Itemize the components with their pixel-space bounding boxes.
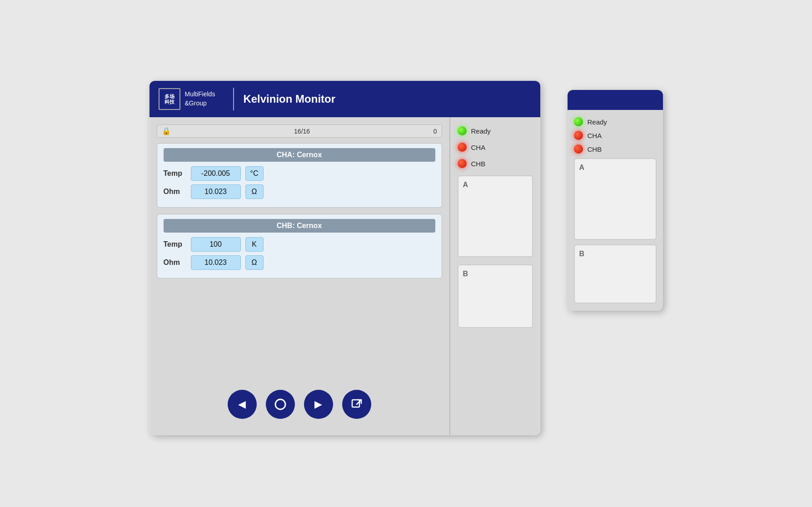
indicator-cha-row: CHA — [458, 143, 533, 152]
slot-a-main-label: A — [463, 181, 468, 189]
side-indicator-chb-label: CHB — [588, 145, 602, 153]
temp-a-label: Temp — [164, 169, 186, 178]
slot-b-main: B — [458, 264, 533, 328]
side-led-ready — [574, 117, 583, 126]
slot-a-side: A — [574, 158, 657, 240]
side-led-chb — [574, 144, 583, 154]
side-indicator-cha-label: CHA — [588, 132, 602, 139]
channel-b-temp-row: Temp 100 K — [164, 237, 435, 252]
lock-icon: 🔒 — [162, 127, 171, 135]
slot-a-main: A — [458, 175, 533, 257]
ohm-a-value: 10.023 — [191, 184, 241, 199]
right-panel-main: Ready CHA CHB A B — [449, 117, 540, 435]
channel-a-temp-row: Temp -200.005 °C — [164, 166, 435, 181]
channel-a-ohm-row: Ohm 10.023 Ω — [164, 184, 435, 199]
side-indicator-cha-row: CHA — [574, 131, 657, 140]
left-panel: 🔒 16/16 0 CHA: Cernox Temp -200.005 °C O… — [149, 117, 449, 435]
ohm-a-unit: Ω — [245, 184, 264, 199]
svg-point-0 — [275, 399, 285, 409]
scene: 多场 科技 MultiFields &Group Kelvinion Monit… — [149, 81, 663, 435]
indicator-cha-label: CHA — [471, 144, 486, 151]
status-count: 16/16 — [175, 128, 429, 135]
header-divider — [233, 88, 234, 110]
logo-box: 多场 科技 MultiFields &Group — [159, 88, 215, 110]
side-device-body: Ready CHA CHB A B — [568, 110, 663, 311]
status-bar: 🔒 16/16 0 — [157, 124, 442, 138]
indicator-ready-row: Ready — [458, 126, 533, 135]
slot-b-main-label: B — [463, 270, 468, 278]
led-chb — [458, 159, 467, 168]
side-led-cha — [574, 131, 583, 140]
indicator-chb-row: CHB — [458, 159, 533, 168]
back-button[interactable]: ◀ — [228, 390, 257, 419]
status-zero: 0 — [433, 128, 437, 135]
led-cha — [458, 143, 467, 152]
ohm-b-unit: Ω — [245, 255, 264, 270]
ohm-b-value: 10.023 — [191, 255, 241, 270]
indicator-chb-label: CHB — [471, 160, 486, 168]
side-device-header — [568, 90, 663, 110]
header-title: Kelvinion Monitor — [243, 93, 335, 105]
side-indicator-ready-row: Ready — [574, 117, 657, 126]
temp-b-unit: K — [245, 237, 264, 252]
device-header: 多场 科技 MultiFields &Group Kelvinion Monit… — [149, 81, 540, 117]
logo-icon: 多场 科技 — [159, 88, 180, 110]
slot-b-side-label: B — [579, 250, 585, 258]
channel-b-box: CHB: Cernox Temp 100 K Ohm 10.023 Ω — [157, 214, 442, 278]
led-ready — [458, 126, 467, 135]
ohm-a-label: Ohm — [164, 188, 186, 196]
channel-b-title: CHB: Cernox — [164, 219, 435, 233]
temp-b-label: Temp — [164, 240, 186, 249]
temp-a-value: -200.005 — [191, 166, 241, 181]
indicator-ready-label: Ready — [471, 127, 491, 135]
slot-b-side: B — [574, 244, 657, 303]
side-indicator-chb-row: CHB — [574, 144, 657, 154]
play-button[interactable]: ▶ — [304, 390, 333, 419]
temp-a-unit: °C — [245, 166, 264, 181]
side-device: Ready CHA CHB A B — [568, 90, 663, 311]
circle-button[interactable] — [266, 390, 295, 419]
company-name: MultiFields &Group — [185, 90, 215, 108]
export-button[interactable] — [342, 390, 371, 419]
slot-a-side-label: A — [579, 164, 585, 172]
main-device: 多场 科技 MultiFields &Group Kelvinion Monit… — [149, 81, 540, 435]
side-indicator-ready-label: Ready — [588, 118, 607, 126]
channel-a-title: CHA: Cernox — [164, 148, 435, 162]
nav-buttons: ◀ ▶ — [157, 376, 442, 428]
device-body: 🔒 16/16 0 CHA: Cernox Temp -200.005 °C O… — [149, 117, 540, 435]
ohm-b-label: Ohm — [164, 258, 186, 267]
channel-a-box: CHA: Cernox Temp -200.005 °C Ohm 10.023 … — [157, 143, 442, 208]
channel-b-ohm-row: Ohm 10.023 Ω — [164, 255, 435, 270]
temp-b-value: 100 — [191, 237, 241, 252]
